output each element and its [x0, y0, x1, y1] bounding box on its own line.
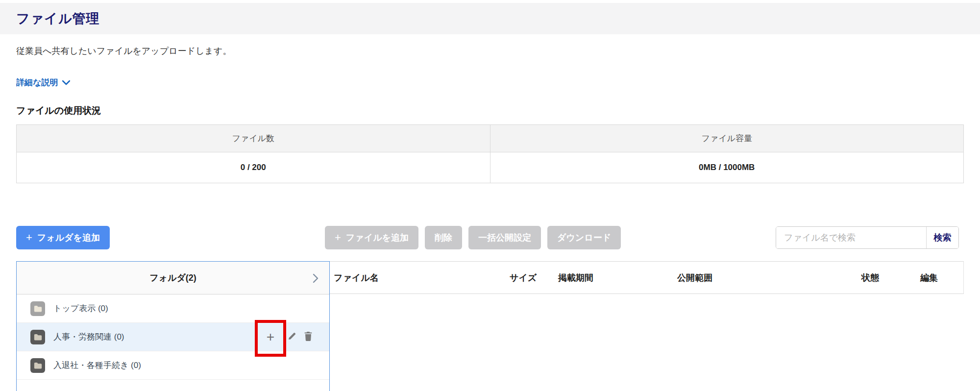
page-description: 従業員へ共有したいファイルをアップロードします。 — [16, 45, 231, 57]
file-table-header: ファイル名 サイズ 掲載期間 公開範囲 状態 編集 — [330, 261, 964, 294]
file-table: ファイル名 サイズ 掲載期間 公開範囲 状態 編集 — [330, 261, 964, 294]
add-file-button[interactable]: + ファイルを追加 — [325, 226, 418, 249]
delete-folder-icon[interactable] — [304, 331, 313, 343]
add-folder-button[interactable]: + フォルダを追加 — [16, 226, 110, 249]
folder-label: 人事・労務関連 (0) — [53, 331, 124, 342]
page-header-band: ファイル管理 — [0, 3, 980, 34]
delete-button[interactable]: 削除 — [425, 226, 462, 249]
chevron-down-icon — [62, 80, 70, 85]
column-publish-scope: 公開範囲 — [677, 272, 712, 284]
file-actions-group: + ファイルを追加 削除 一括公開設定 ダウンロード — [325, 226, 621, 249]
usage-section-title: ファイルの使用状況 — [16, 104, 101, 117]
folder-icon — [30, 358, 45, 373]
bulk-publish-label: 一括公開設定 — [478, 232, 531, 244]
folder-row-hr-labor[interactable]: 人事・労務関連 (0) + — [17, 323, 329, 351]
add-subfolder-icon[interactable]: + — [263, 329, 278, 345]
folder-panel-header: フォルダ(2) — [17, 262, 329, 294]
plus-icon: + — [335, 232, 341, 243]
usage-value-file-count: 0 / 200 — [17, 152, 490, 183]
column-posting-period: 掲載期間 — [558, 272, 593, 284]
details-toggle-label: 詳細な説明 — [16, 77, 58, 88]
delete-label: 削除 — [435, 232, 452, 244]
column-edit: 編集 — [920, 272, 938, 284]
add-folder-label: フォルダを追加 — [37, 232, 100, 244]
column-size: サイズ — [510, 272, 537, 284]
folder-label: トップ表示 (0) — [53, 303, 108, 314]
search-input[interactable] — [776, 227, 926, 248]
folder-icon — [30, 301, 45, 316]
download-label: ダウンロード — [557, 232, 611, 244]
folder-panel-title: フォルダ(2) — [149, 272, 196, 284]
usage-column-file-count: ファイル数 — [17, 125, 490, 152]
bulk-publish-button[interactable]: 一括公開設定 — [468, 226, 541, 249]
file-search-group: 検索 — [776, 226, 959, 249]
details-toggle-link[interactable]: 詳細な説明 — [16, 77, 70, 88]
folder-icon — [30, 330, 45, 344]
folder-label: 入退社・各種手続き (0) — [53, 360, 141, 371]
usage-value-file-capacity: 0MB / 1000MB — [490, 152, 964, 183]
main-content: フォルダ(2) トップ表示 (0) 人事・労務関連 (0) + — [0, 261, 980, 391]
plus-icon: + — [26, 232, 32, 243]
chevron-right-icon[interactable] — [313, 273, 318, 283]
folder-row-onboarding[interactable]: 入退社・各種手続き (0) — [17, 351, 329, 380]
edit-folder-icon[interactable] — [287, 331, 297, 343]
usage-table-values: 0 / 200 0MB / 1000MB — [17, 152, 963, 183]
page-title: ファイル管理 — [16, 10, 100, 27]
column-file-name: ファイル名 — [334, 272, 379, 284]
folder-row-top-display[interactable]: トップ表示 (0) — [17, 294, 329, 323]
usage-table: ファイル数 ファイル容量 0 / 200 0MB / 1000MB — [16, 124, 964, 183]
column-status: 状態 — [861, 272, 879, 284]
search-button[interactable]: 検索 — [926, 227, 958, 248]
usage-table-head: ファイル数 ファイル容量 — [17, 125, 963, 152]
add-file-label: ファイルを追加 — [346, 232, 409, 244]
download-button[interactable]: ダウンロード — [547, 226, 621, 249]
usage-column-file-capacity: ファイル容量 — [490, 125, 964, 152]
folder-panel: フォルダ(2) トップ表示 (0) 人事・労務関連 (0) + — [16, 261, 330, 391]
